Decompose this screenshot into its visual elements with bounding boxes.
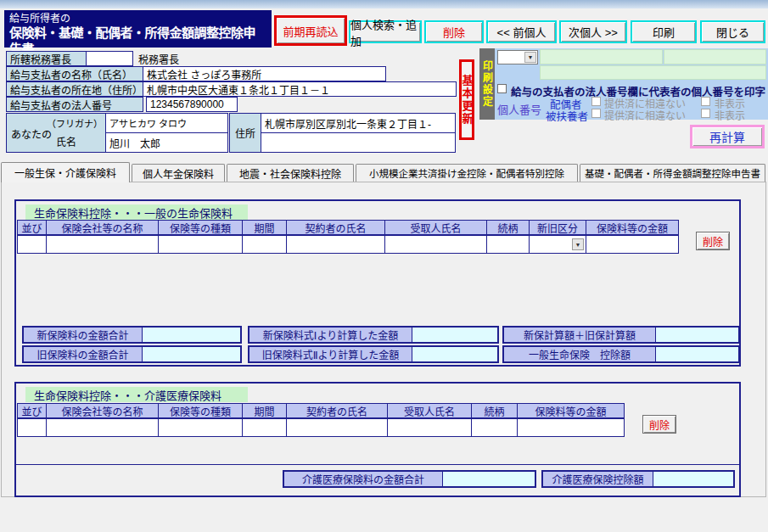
amount-input[interactable] [586,235,679,254]
tax-office-label: 所轄税務署長 [6,51,87,66]
care-sum-group: 介護医療保険料の金額合計 [283,470,536,488]
old-premium-sum-input[interactable] [143,347,240,361]
care-section-divider [14,464,741,465]
tab-general-life-care[interactable]: 一般生保・介護保険料 [1,162,130,182]
relation-input[interactable] [471,418,518,437]
general-deduction-group: 一般生命保険 控除額 [502,345,740,363]
col-company: 保険会社等の名称 [46,220,159,235]
print-settings-vertical-label: 印刷設定 [479,48,495,120]
combined-calc-input[interactable] [656,328,738,342]
combined-calc-label: 新保計算額＋旧保計算額 [504,328,656,342]
care-row-delete-button[interactable]: 削除 [642,415,676,434]
previous-person-button[interactable]: << 前個人 [486,20,557,43]
order-input[interactable] [17,235,47,254]
payer-corporate-number-label: 給与支払者の法人番号 [6,97,143,112]
recalculate-button[interactable]: 再計算 [690,125,765,148]
chevron-down-icon[interactable]: ▼ [524,52,536,63]
col-order: 並び [17,220,47,235]
new-old-select[interactable]: ▼ [529,235,586,254]
general-life-section-title: 生命保険料控除・・・一般の生命保険料 [25,204,248,220]
relation-input[interactable] [486,235,530,254]
old-premium-calc-input[interactable] [412,347,497,361]
payer-corporate-number-input[interactable]: 1234567890000 [146,97,238,112]
combined-calc-group: 新保計算額＋旧保計算額 [502,326,740,344]
tab-small-business-spouse[interactable]: 小規模企業共済掛け金控除・配偶者特別控除 [356,164,578,182]
home-address-input[interactable]: 札幌市厚別区厚別北一条東２丁目１- [261,113,456,133]
next-person-button[interactable]: 次個人 >> [559,20,627,43]
col-kind: 保険等の種類 [158,403,243,418]
close-button[interactable]: 閉じる [700,20,765,43]
you-label: あなたの [11,126,52,141]
spouse-hide-checkbox[interactable] [701,97,710,106]
care-deduction-input[interactable] [653,472,733,486]
new-premium-sum-input[interactable] [143,328,240,342]
print-representative-number-checkbox[interactable] [497,84,507,93]
amount-input[interactable] [517,418,625,437]
order-input[interactable] [17,418,47,437]
col-contractor: 契約者の氏名 [286,403,388,418]
print-settings-field-2[interactable] [664,49,766,64]
dependents-provided-checkbox[interactable] [591,109,601,118]
contractor-input[interactable] [286,418,388,437]
period-input[interactable] [242,418,287,437]
reload-previous-term-button[interactable]: 前期再読込 [274,15,347,46]
recipient-input[interactable] [384,235,487,254]
new-premium-calc-label: 新保険料式Ⅰより計算した金額 [249,328,412,342]
general-row-delete-button[interactable]: 削除 [696,232,730,250]
col-amount: 保険料等の金額 [586,220,679,235]
contractor-input[interactable] [286,235,385,254]
payer-name-label: 給与支払者の名称（氏名） [6,66,143,81]
col-amount: 保険料等の金額 [517,403,625,418]
my-number-label: 個人番号 [497,101,541,117]
tax-office-input[interactable] [86,51,133,66]
new-premium-calc-group: 新保険料式Ⅰより計算した金額 [248,326,499,344]
print-button[interactable]: 印刷 [631,20,697,43]
general-deduction-label: 一般生命保険 控除額 [504,347,656,361]
payer-address-label: 給与支払者の所在地（住所） [6,81,143,97]
payer-name-input[interactable]: 株式会社 さっぽろ事務所 [143,66,386,81]
new-premium-sum-label: 新保険料の金額合計 [24,328,143,342]
home-address-label: 住所 [229,113,261,153]
period-input[interactable] [242,235,287,254]
new-premium-calc-input[interactable] [412,328,497,342]
col-period: 期間 [242,220,287,235]
tab-earthquake-social[interactable]: 地震・社会保険料控除 [227,164,354,182]
recipient-input[interactable] [387,418,472,437]
general-deduction-input[interactable] [656,347,738,361]
print-settings-field-3[interactable] [540,65,766,80]
kind-input[interactable] [158,235,243,254]
tab-basic-spouse-income[interactable]: 基礎・配偶者・所得金額調整控除申告書 [580,164,765,182]
company-input[interactable] [46,235,159,254]
care-deduction-group: 介護医療保険控除額 [541,470,735,488]
basic-update-button[interactable]: 基本更新 [459,59,474,140]
company-input[interactable] [46,418,159,437]
page-title: 給与所得者の 保険料・基礎・配偶者・所得金額調整控除申告書 [4,10,272,48]
page-title-small: 給与所得者の [9,13,266,25]
chevron-down-icon[interactable]: ▼ [572,238,584,250]
window-top-gradient [0,0,768,8]
tax-office-suffix: 税務署長 [138,51,179,66]
col-company: 保険会社等の名称 [46,403,159,418]
care-sum-input[interactable] [443,472,535,486]
col-recipient: 受取人氏名 [387,403,472,418]
tab-personal-pension[interactable]: 個人年金保険料 [132,164,225,182]
app-window: 給与所得者の 保険料・基礎・配偶者・所得金額調整控除申告書 前期再読込 個人検索… [0,0,768,532]
dependents-hide-checkbox[interactable] [701,109,710,118]
delete-person-button[interactable]: 削除 [424,20,484,43]
your-name-label: あなたの （フリガナ） 氏名 [6,113,106,153]
print-settings-field-1[interactable] [540,49,663,64]
name-input[interactable]: 旭川 太郎 [105,132,228,153]
print-settings-combobox[interactable]: ▼ [497,50,538,64]
dependents-provided-label: 提供済に相違ない [604,108,686,122]
furigana-input[interactable]: アサヒカワ タロウ [105,113,228,133]
dependents-hide-label: 非表示 [715,108,745,122]
col-recipient: 受取人氏名 [384,220,487,235]
new-premium-sum-group: 新保険料の金額合計 [22,326,242,344]
home-address-input-line2[interactable] [261,132,456,153]
care-sum-label: 介護医療保険料の金額合計 [284,472,443,486]
spouse-provided-checkbox[interactable] [591,97,601,106]
col-order: 並び [17,403,47,418]
payer-address-input[interactable]: 札幌市中央区大通東１条北１丁目１－１ [143,81,457,97]
person-search-add-button[interactable]: 個人検索・追加 [349,20,422,43]
kind-input[interactable] [158,418,243,437]
